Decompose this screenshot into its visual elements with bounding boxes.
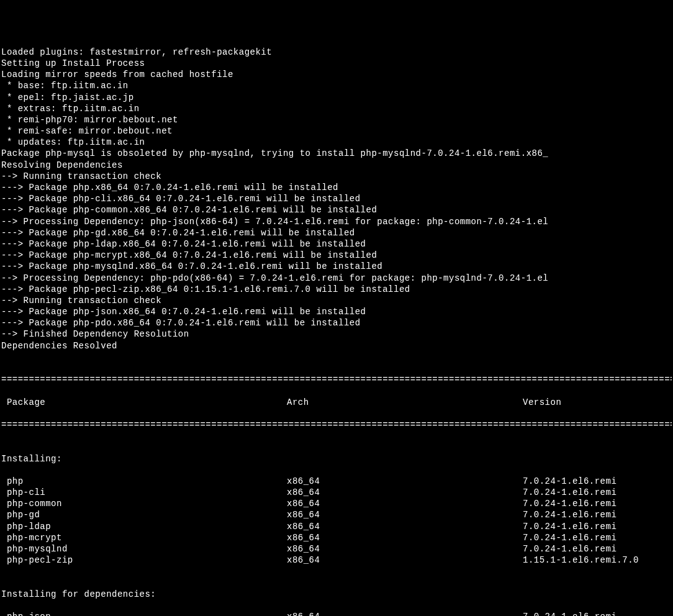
terminal-line: * remi-safe: mirror.bebout.net <box>1 125 672 137</box>
terminal-line: ---> Package php-common.x86_64 0:7.0.24-… <box>1 204 672 215</box>
terminal-line: ---> Package php-cli.x86_64 0:7.0.24-1.e… <box>1 193 672 204</box>
terminal-line: Setting up Install Process <box>1 58 672 69</box>
terminal-line: Resolving Dependencies <box>1 160 672 171</box>
package-name: php-cli <box>1 487 287 498</box>
terminal-output-preamble: Loaded plugins: fastestmirror, refresh-p… <box>1 47 672 351</box>
installing-label: Installing: <box>1 453 672 464</box>
package-name: php-mysqlnd <box>1 543 287 555</box>
terminal-line: ---> Package php-pecl-zip.x86_64 0:1.15.… <box>1 284 672 295</box>
package-name: php-gd <box>1 509 287 520</box>
terminal-line: --> Running transaction check <box>1 171 672 182</box>
package-arch: x86_64 <box>287 498 523 509</box>
terminal-line: Loading mirror speeds from cached hostfi… <box>1 69 672 80</box>
table-row: php-jsonx86_647.0.24-1.el6.remi <box>1 611 672 616</box>
terminal-line: * base: ftp.iitm.ac.in <box>1 80 672 91</box>
installing-deps-packages: php-jsonx86_647.0.24-1.el6.remi php-pdox… <box>1 611 672 616</box>
package-version: 7.0.24-1.el6.remi <box>523 532 672 543</box>
header-version: Version <box>523 397 672 408</box>
table-row: php-ldapx86_647.0.24-1.el6.remi <box>1 521 672 532</box>
terminal-line: Package php-mysql is obsoleted by php-my… <box>1 148 672 159</box>
terminal-line: ---> Package php-json.x86_64 0:7.0.24-1.… <box>1 306 672 317</box>
terminal-line: ---> Package php.x86_64 0:7.0.24-1.el6.r… <box>1 182 672 193</box>
separator-mid: ========================================… <box>1 419 672 430</box>
table-row: php-mysqlndx86_647.0.24-1.el6.remi <box>1 543 672 555</box>
table-row: php-pecl-zipx86_641.15.1-1.el6.remi.7.0 <box>1 555 672 566</box>
package-arch: x86_64 <box>287 521 523 532</box>
table-row: phpx86_647.0.24-1.el6.remi <box>1 476 672 487</box>
package-version: 7.0.24-1.el6.remi <box>523 498 672 509</box>
terminal-line: ---> Package php-pdo.x86_64 0:7.0.24-1.e… <box>1 317 672 328</box>
terminal-line: --> Finished Dependency Resolution <box>1 328 672 340</box>
package-name: php <box>1 476 287 487</box>
terminal-line: * remi-php70: mirror.bebout.net <box>1 114 672 125</box>
package-version: 7.0.24-1.el6.remi <box>523 476 672 487</box>
terminal-line: ---> Package php-ldap.x86_64 0:7.0.24-1.… <box>1 238 672 250</box>
terminal-line: * updates: ftp.iitm.ac.in <box>1 137 672 148</box>
package-version: 7.0.24-1.el6.remi <box>523 611 672 616</box>
package-arch: x86_64 <box>287 487 523 498</box>
terminal-line: --> Processing Dependency: php-json(x86-… <box>1 216 672 227</box>
package-name: php-json <box>1 611 287 616</box>
package-version: 1.15.1-1.el6.remi.7.0 <box>523 555 672 566</box>
package-arch: x86_64 <box>287 555 523 566</box>
package-version: 7.0.24-1.el6.remi <box>523 509 672 520</box>
table-row: php-commonx86_647.0.24-1.el6.remi <box>1 498 672 509</box>
separator-top: ========================================… <box>1 374 672 385</box>
package-version: 7.0.24-1.el6.remi <box>523 487 672 498</box>
terminal-line: ---> Package php-gd.x86_64 0:7.0.24-1.el… <box>1 227 672 238</box>
table-row: php-clix86_647.0.24-1.el6.remi <box>1 487 672 498</box>
package-arch: x86_64 <box>287 532 523 543</box>
terminal-line: --> Processing Dependency: php-pdo(x86-6… <box>1 273 672 284</box>
terminal-line: * extras: ftp.iitm.ac.in <box>1 103 672 114</box>
terminal-line: ---> Package php-mcrypt.x86_64 0:7.0.24-… <box>1 250 672 261</box>
package-name: php-mcrypt <box>1 532 287 543</box>
package-arch: x86_64 <box>287 543 523 555</box>
header-package: Package <box>1 397 287 408</box>
package-arch: x86_64 <box>287 509 523 520</box>
table-header: Package Arch Version <box>1 397 672 408</box>
terminal-line: ---> Package php-mysqlnd.x86_64 0:7.0.24… <box>1 261 672 272</box>
installing-deps-label: Installing for dependencies: <box>1 589 672 600</box>
package-version: 7.0.24-1.el6.remi <box>523 543 672 555</box>
terminal-line: --> Running transaction check <box>1 295 672 306</box>
terminal-line: Loaded plugins: fastestmirror, refresh-p… <box>1 47 672 58</box>
package-arch: x86_64 <box>287 476 523 487</box>
package-name: php-common <box>1 498 287 509</box>
package-name: php-ldap <box>1 521 287 532</box>
package-name: php-pecl-zip <box>1 555 287 566</box>
terminal-line: Dependencies Resolved <box>1 340 672 351</box>
installing-packages: phpx86_647.0.24-1.el6.remi php-clix86_64… <box>1 476 672 566</box>
package-version: 7.0.24-1.el6.remi <box>523 521 672 532</box>
terminal-line: * epel: ftp.jaist.ac.jp <box>1 92 672 103</box>
package-arch: x86_64 <box>287 611 523 616</box>
header-arch: Arch <box>287 397 523 408</box>
table-row: php-mcryptx86_647.0.24-1.el6.remi <box>1 532 672 543</box>
table-row: php-gdx86_647.0.24-1.el6.remi <box>1 509 672 520</box>
